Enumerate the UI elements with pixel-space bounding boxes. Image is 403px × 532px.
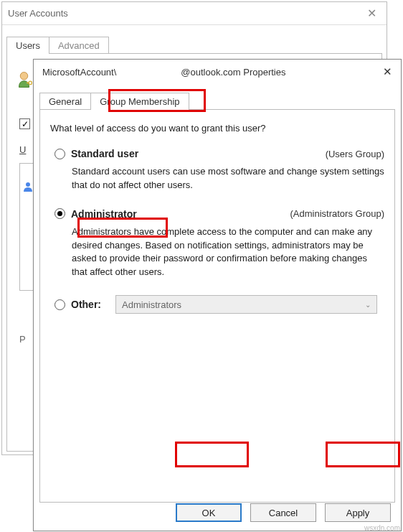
apply-button[interactable]: Apply bbox=[325, 503, 391, 522]
radio-admin[interactable] bbox=[54, 208, 65, 219]
chevron-down-icon: ⌄ bbox=[365, 301, 371, 309]
svg-point-2 bbox=[29, 81, 32, 84]
standard-user-label: Standard user bbox=[71, 148, 138, 159]
other-select-value: Administrators bbox=[122, 299, 181, 310]
svg-point-3 bbox=[26, 182, 30, 187]
standard-desc: Standard account users can use most soft… bbox=[72, 165, 384, 192]
user-icon bbox=[22, 181, 34, 192]
attribution-text: wsxdn.com bbox=[364, 524, 400, 532]
back-checkbox[interactable]: ✓ bbox=[19, 118, 30, 129]
tab-group-membership[interactable]: Group Membership bbox=[90, 93, 189, 110]
checkmark-icon: ✓ bbox=[22, 119, 29, 129]
back-tabstrip: Users Advanced bbox=[6, 37, 387, 54]
tab-general[interactable]: General bbox=[39, 93, 91, 110]
other-group-select[interactable]: Administrators ⌄ bbox=[115, 295, 377, 314]
title-account-prefix: MicrosoftAccount\ bbox=[42, 67, 116, 78]
back-u-label: U bbox=[19, 144, 26, 155]
cancel-button[interactable]: Cancel bbox=[250, 503, 316, 522]
front-tab-panel: What level of access do you want to gran… bbox=[39, 109, 395, 503]
option-administrator[interactable]: Administrator (Administrators Group) Adm… bbox=[50, 208, 384, 279]
option-other[interactable]: Other: Administrators ⌄ bbox=[50, 295, 384, 314]
svg-point-0 bbox=[20, 73, 28, 80]
back-p-label: P bbox=[19, 334, 26, 345]
front-close-button[interactable]: ✕ bbox=[383, 65, 392, 78]
properties-dialog: MicrosoftAccount\ @outlook.com Propertie… bbox=[33, 59, 402, 531]
other-label: Other: bbox=[71, 299, 115, 310]
front-tabstrip: General Group Membership bbox=[39, 93, 401, 110]
dialog-button-row: OK Cancel Apply bbox=[176, 503, 391, 522]
tab-users[interactable]: Users bbox=[6, 37, 49, 54]
ok-button[interactable]: OK bbox=[176, 503, 242, 522]
admin-desc: Administrators have complete access to t… bbox=[72, 225, 384, 279]
back-close-button[interactable]: ✕ bbox=[363, 6, 381, 20]
tab-advanced[interactable]: Advanced bbox=[49, 37, 109, 54]
title-properties-suffix: @outlook.com Properties bbox=[181, 67, 285, 78]
back-window-title: User Accounts bbox=[8, 8, 363, 19]
front-titlebar: MicrosoftAccount\ @outlook.com Propertie… bbox=[34, 60, 401, 84]
admin-label: Administrator bbox=[71, 208, 137, 220]
back-titlebar: User Accounts ✕ bbox=[2, 2, 387, 25]
radio-standard[interactable] bbox=[54, 149, 65, 159]
access-question: What level of access do you want to gran… bbox=[50, 123, 384, 134]
radio-other[interactable] bbox=[54, 299, 65, 310]
option-standard-user[interactable]: Standard user (Users Group) Standard acc… bbox=[50, 148, 384, 192]
standard-group-label: (Users Group) bbox=[326, 149, 384, 159]
admin-group-label: (Administrators Group) bbox=[290, 208, 384, 219]
